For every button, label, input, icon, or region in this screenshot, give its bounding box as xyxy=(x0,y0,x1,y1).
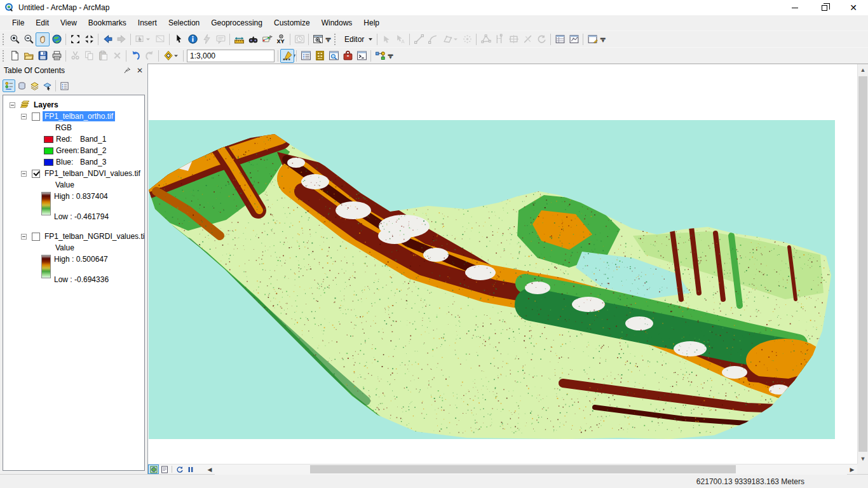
toc-pin-icon[interactable] xyxy=(123,67,133,74)
map-scale-input[interactable] xyxy=(187,51,291,60)
save-button[interactable] xyxy=(36,49,50,63)
menu-help[interactable]: Help xyxy=(358,17,385,29)
pause-drawing-button[interactable] xyxy=(185,464,196,474)
standard-toolbar: ▼ ▬▼ xyxy=(0,47,868,64)
standard-toolbar-overflow-button[interactable]: ▬▼ xyxy=(387,49,394,63)
refresh-view-button[interactable] xyxy=(174,464,185,474)
layers-group-label[interactable]: Layers xyxy=(34,100,58,109)
list-by-source-button[interactable] xyxy=(15,79,28,92)
layer-row-ndvi[interactable]: FP1_telban_NDVI_values.tif xyxy=(4,168,143,179)
pan-tool[interactable] xyxy=(36,32,50,46)
layer-checkbox-ngrdi[interactable] xyxy=(32,233,40,241)
straight-segment-tool xyxy=(412,32,426,46)
new-map-button[interactable] xyxy=(8,49,22,63)
list-by-drawing-order-button[interactable] xyxy=(3,79,15,92)
vertical-scroll-thumb[interactable] xyxy=(858,76,867,452)
menu-view[interactable]: View xyxy=(55,17,83,29)
toc-close-icon[interactable]: ✕ xyxy=(135,66,145,75)
list-by-selection-button[interactable] xyxy=(41,79,53,92)
arctoolbox-window-button[interactable] xyxy=(341,49,355,63)
collapse-icon[interactable] xyxy=(21,234,27,240)
menu-selection[interactable]: Selection xyxy=(163,17,205,29)
svg-text:XY: XY xyxy=(276,39,284,44)
layer-name-ngrdi[interactable]: FP1_telban_NGRDI_values.tif xyxy=(43,231,145,241)
collapse-icon[interactable] xyxy=(21,171,27,177)
edit-vertices-tool xyxy=(478,32,492,46)
toolbar-overflow-button[interactable]: ▬▼ xyxy=(325,32,332,46)
vertical-scrollbar[interactable]: ▲ ▼ xyxy=(857,64,868,464)
catalog-window-button[interactable] xyxy=(313,49,327,63)
menu-edit[interactable]: Edit xyxy=(30,17,55,29)
scroll-down-icon[interactable]: ▼ xyxy=(858,453,868,464)
scroll-right-icon[interactable]: ▶ xyxy=(847,466,857,473)
print-button[interactable] xyxy=(50,49,64,63)
editor-toolbar-grip[interactable] xyxy=(334,34,337,45)
scroll-up-icon[interactable]: ▲ xyxy=(858,64,868,75)
full-extent-button[interactable] xyxy=(50,32,64,46)
layer-checkbox-ndvi[interactable] xyxy=(32,170,40,178)
menu-bookmarks[interactable]: Bookmarks xyxy=(83,17,132,29)
identify-tool[interactable] xyxy=(186,32,200,46)
create-features-button[interactable] xyxy=(585,32,599,46)
undo-button[interactable] xyxy=(128,49,142,63)
scroll-left-icon[interactable]: ◀ xyxy=(205,466,215,473)
collapse-icon[interactable] xyxy=(10,102,15,108)
layer-name-ndvi[interactable]: FP1_telban_NDVI_values.tif xyxy=(43,168,142,179)
find-tool[interactable] xyxy=(246,32,260,46)
split-tool xyxy=(520,32,534,46)
menu-insert[interactable]: Insert xyxy=(132,17,163,29)
close-button[interactable]: ✕ xyxy=(839,0,868,15)
menu-customize[interactable]: Customize xyxy=(268,17,316,29)
data-view-button[interactable] xyxy=(148,464,159,474)
menu-windows[interactable]: Windows xyxy=(316,17,358,29)
open-button[interactable] xyxy=(22,49,36,63)
sketch-properties-button[interactable] xyxy=(567,32,581,46)
layer-checkbox-ortho[interactable] xyxy=(32,112,40,121)
python-window-button[interactable] xyxy=(355,49,369,63)
standard-toolbar-grip[interactable] xyxy=(3,50,6,62)
fixed-zoom-out-button[interactable] xyxy=(82,32,96,46)
toolbar-grip[interactable] xyxy=(3,34,6,45)
layout-view-button[interactable] xyxy=(159,464,170,474)
modelbuilder-window-button[interactable] xyxy=(373,49,387,63)
add-data-button[interactable] xyxy=(161,49,181,63)
fixed-zoom-in-button[interactable] xyxy=(68,32,82,46)
layers-group-row[interactable]: Layers xyxy=(4,99,143,111)
edit-annotation-tool: A xyxy=(393,32,407,46)
layer-row-ortho[interactable]: FP1_telban_ortho.tif xyxy=(4,111,143,122)
legend-heading-rgb: RGB xyxy=(4,122,143,133)
select-elements-tool[interactable] xyxy=(172,32,186,46)
horizontal-scrollbar[interactable] xyxy=(215,464,847,475)
trace-tool xyxy=(440,32,460,46)
search-window-button[interactable] xyxy=(327,49,341,63)
ngrdi-high-label: High : 0.500647 xyxy=(54,255,109,264)
zoom-out-tool[interactable] xyxy=(22,32,36,46)
restore-button[interactable] xyxy=(810,0,839,15)
editor-toolbar-overflow-button[interactable]: ▬▼ xyxy=(599,32,606,46)
map-view[interactable]: ▲ ▼ ◀ ▶ xyxy=(148,64,868,474)
minimize-button[interactable] xyxy=(780,0,810,15)
layer-name-ortho[interactable]: FP1_telban_ortho.tif xyxy=(43,111,115,121)
measure-tool[interactable] xyxy=(232,32,246,46)
menu-geoprocessing[interactable]: Geoprocessing xyxy=(205,17,268,29)
zoom-in-tool[interactable] xyxy=(8,32,22,46)
map-scale-combobox[interactable]: ▼ xyxy=(187,50,275,62)
create-viewer-window-tool[interactable] xyxy=(311,32,325,46)
horizontal-scroll-thumb[interactable] xyxy=(310,465,736,473)
table-of-contents-window-button[interactable] xyxy=(299,49,313,63)
go-forward-extent-button xyxy=(114,32,128,46)
ngrdi-low-label: Low : -0.694336 xyxy=(54,275,109,284)
go-to-xy-tool[interactable]: XY xyxy=(274,32,288,46)
collapse-icon[interactable] xyxy=(21,114,27,119)
editor-toolbar-toggle-button[interactable] xyxy=(280,49,294,63)
toc-options-button[interactable] xyxy=(58,79,71,92)
find-route-tool[interactable] xyxy=(260,32,274,46)
layer-row-ngrdi[interactable]: FP1_telban_NGRDI_values.tif xyxy=(4,231,143,242)
editor-menu-button[interactable]: Editor xyxy=(339,32,375,46)
attributes-button[interactable] xyxy=(553,32,567,46)
ngrdi-ramp-swatch xyxy=(41,255,51,278)
go-back-extent-button[interactable] xyxy=(100,32,114,46)
menu-file[interactable]: File xyxy=(6,17,30,29)
map-canvas[interactable] xyxy=(148,64,857,464)
list-by-visibility-button[interactable] xyxy=(28,79,41,92)
